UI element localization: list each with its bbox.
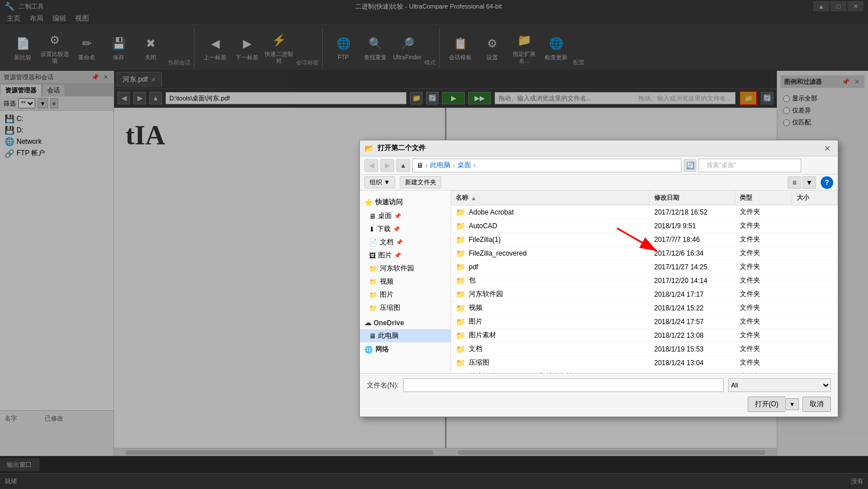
dialog-search-input[interactable] xyxy=(699,159,801,172)
documents-icon: 📄 xyxy=(369,239,378,246)
network-header[interactable]: 🌐 网络 xyxy=(360,342,451,357)
file-name-cell: 📁 图片 xyxy=(451,317,650,326)
dialog-title-text: 打开第二个文件 xyxy=(378,143,425,153)
sidebar-compressed[interactable]: 📁 压缩图 xyxy=(360,301,451,314)
dialog-up-button[interactable]: ▲ xyxy=(396,159,410,172)
file-type-cell: 文件夹 xyxy=(735,358,792,367)
file-name-cell: 📁 图片素材 xyxy=(451,330,650,340)
view-details-button[interactable]: ▼ xyxy=(802,176,816,189)
dialog-forward-button[interactable]: ▶ xyxy=(380,159,394,172)
filetype-select[interactable]: All xyxy=(728,378,831,392)
file-name-text: FileZilla(1) xyxy=(469,236,501,244)
file-date-cell: 2017/11/27 14:25 xyxy=(650,263,735,271)
open-main-button[interactable]: 打开(O) xyxy=(748,397,785,412)
file-row[interactable]: 📁 文档 2018/1/19 15:53 文件夹 xyxy=(451,342,838,356)
sidebar-images[interactable]: 📁 图片 xyxy=(360,288,451,301)
folder-icon: 📁 xyxy=(456,345,465,354)
filename-row: 文件名(N): All xyxy=(367,378,831,392)
sidebar-desktop[interactable]: 🖥 桌面 📌 xyxy=(360,209,451,223)
col-date-label: 修改日期 xyxy=(654,193,679,202)
file-name-text: FileZilla_recovered xyxy=(469,249,526,257)
file-type-cell: 文件夹 xyxy=(735,303,792,313)
file-name-cell: 📁 包 xyxy=(451,276,650,285)
dialog-content-area: ⭐ 快速访问 🖥 桌面 📌 ⬇ 下载 📌 📄 xyxy=(360,191,838,373)
folder-icon: 📁 xyxy=(456,262,465,272)
quick-access-header[interactable]: ⭐ 快速访问 xyxy=(360,195,451,209)
file-date-cell: 2017/12/6 16:34 xyxy=(650,249,735,257)
quick-access-icon: ⭐ xyxy=(364,199,373,207)
sidebar-downloads[interactable]: ⬇ 下载 📌 xyxy=(360,223,451,236)
file-row[interactable]: 📁 图片素材 2018/1/22 13:08 文件夹 xyxy=(451,329,838,342)
network-nav-icon: 🌐 xyxy=(364,346,373,354)
file-row[interactable]: 📁 游戏辅助GameOfMir引擎帮助文档 2017/12/27 10:40 文… xyxy=(451,370,838,373)
file-type-cell: 文件夹 xyxy=(735,276,792,285)
pin-icon: 📌 xyxy=(394,213,401,219)
file-name-text: 包 xyxy=(469,276,476,285)
view-list-button[interactable]: ≡ xyxy=(788,176,801,189)
sidebar-this-pc[interactable]: 🖥 此电脑 xyxy=(360,329,451,342)
sidebar-hedong[interactable]: 📁 河东软件园 xyxy=(360,262,451,275)
file-row[interactable]: 📁 pdf 2017/11/27 14:25 文件夹 xyxy=(451,260,838,274)
file-list-header: 名称 ▲ 修改日期 类型 大小 xyxy=(451,191,838,205)
file-name-text: 视频 xyxy=(469,303,482,313)
col-size-header[interactable]: 大小 xyxy=(792,191,838,205)
filename-input[interactable] xyxy=(403,378,724,392)
pin-icon-3: 📌 xyxy=(396,239,403,245)
organize-button[interactable]: 组织 ▼ xyxy=(364,176,395,188)
file-type-cell: 文件夹 xyxy=(735,235,792,244)
col-name-header[interactable]: 名称 ▲ xyxy=(451,191,650,205)
open-dropdown-button[interactable]: ▼ xyxy=(785,398,799,410)
new-folder-button[interactable]: 新建文件夹 xyxy=(400,176,441,188)
onedrive-header[interactable]: ☁ OneDrive xyxy=(360,317,451,329)
dialog-titlebar: 📂 打开第二个文件 ✕ xyxy=(360,140,838,156)
file-date-cell: 2018/1/24 17:17 xyxy=(650,290,735,298)
file-row[interactable]: 📁 图片 2018/1/24 17:57 文件夹 xyxy=(451,315,838,329)
col-type-header[interactable]: 类型 xyxy=(735,191,792,205)
folder-icon: 📁 xyxy=(456,276,465,285)
file-row[interactable]: 📁 AutoCAD 2018/1/9 9:51 文件夹 xyxy=(451,219,838,233)
quick-access-label: 快速访问 xyxy=(375,197,403,207)
sort-arrow-icon: ▲ xyxy=(470,195,477,201)
file-name-cell: 📁 AutoCAD xyxy=(451,221,650,231)
view-buttons: ≡ ▼ xyxy=(788,176,816,189)
sidebar-pictures[interactable]: 🖼 图片 📌 xyxy=(360,249,451,262)
folder-icon: 📁 xyxy=(456,358,465,367)
dialog-file-list: 名称 ▲ 修改日期 类型 大小 📁 Adobe xyxy=(451,191,838,373)
file-row[interactable]: 📁 FileZilla(1) 2017/7/7 18:46 文件夹 xyxy=(451,233,838,246)
file-type-cell: 文件夹 xyxy=(735,289,792,299)
dialog-refresh-button[interactable]: 🔄 xyxy=(684,159,696,172)
file-row[interactable]: 📁 视频 2018/1/24 15:22 文件夹 xyxy=(451,301,838,315)
dialog-sidebar: ⭐ 快速访问 🖥 桌面 📌 ⬇ 下载 📌 📄 xyxy=(360,191,451,373)
file-date-cell: 2017/7/7 18:46 xyxy=(650,236,735,244)
dialog-overlay: 📂 打开第二个文件 ✕ ◀ ▶ ▲ 🖥 › 此电脑 › 桌面 › 🔄 搜索"桌面… xyxy=(0,0,868,489)
breadcrumb-bar: 🖥 › 此电脑 › 桌面 › xyxy=(412,159,682,172)
file-date-cell: 2018/1/24 17:57 xyxy=(650,318,735,326)
col-name-label: 名称 xyxy=(456,193,468,202)
col-date-header[interactable]: 修改日期 xyxy=(650,191,735,205)
downloads-icon: ⬇ xyxy=(369,225,375,233)
file-row[interactable]: 📁 FileZilla_recovered 2017/12/6 16:34 文件… xyxy=(451,246,838,260)
sidebar-documents[interactable]: 📄 文档 📌 xyxy=(360,236,451,249)
col-type-label: 类型 xyxy=(740,193,752,202)
help-button[interactable]: ? xyxy=(821,176,833,189)
dialog-close-button[interactable]: ✕ xyxy=(822,143,833,154)
file-name-cell: 📁 视频 xyxy=(451,303,650,313)
file-row[interactable]: 📁 压缩图 2018/1/24 13:04 文件夹 xyxy=(451,356,838,370)
breadcrumb-desktop[interactable]: 桌面 xyxy=(457,160,471,170)
file-date-cell: 2018/1/24 13:04 xyxy=(650,359,735,367)
file-row[interactable]: 📁 Adobe Acrobat 2017/12/18 16:52 文件夹 xyxy=(451,205,838,219)
sidebar-videos[interactable]: 📁 视频 xyxy=(360,275,451,288)
file-name-cell: 📁 pdf xyxy=(451,262,650,272)
file-type-cell: 文件夹 xyxy=(735,207,792,217)
file-row[interactable]: 📁 包 2017/12/20 14:14 文件夹 xyxy=(451,274,838,288)
pictures-label: 图片 xyxy=(378,250,392,260)
file-name-cell: 📁 FileZilla_recovered xyxy=(451,249,650,258)
file-date-cell: 2018/1/22 13:08 xyxy=(650,332,735,340)
file-type-cell: 文件夹 xyxy=(735,221,792,231)
dialog-back-button[interactable]: ◀ xyxy=(364,159,378,172)
compressed-icon: 📁 xyxy=(369,304,378,312)
breadcrumb-pc[interactable]: 此电脑 xyxy=(430,160,451,170)
cancel-button[interactable]: 取消 xyxy=(802,397,831,412)
quick-access-section: ⭐ 快速访问 🖥 桌面 📌 ⬇ 下载 📌 📄 xyxy=(360,195,451,314)
file-row[interactable]: 📁 河东软件园 2018/1/24 17:17 文件夹 xyxy=(451,288,838,301)
